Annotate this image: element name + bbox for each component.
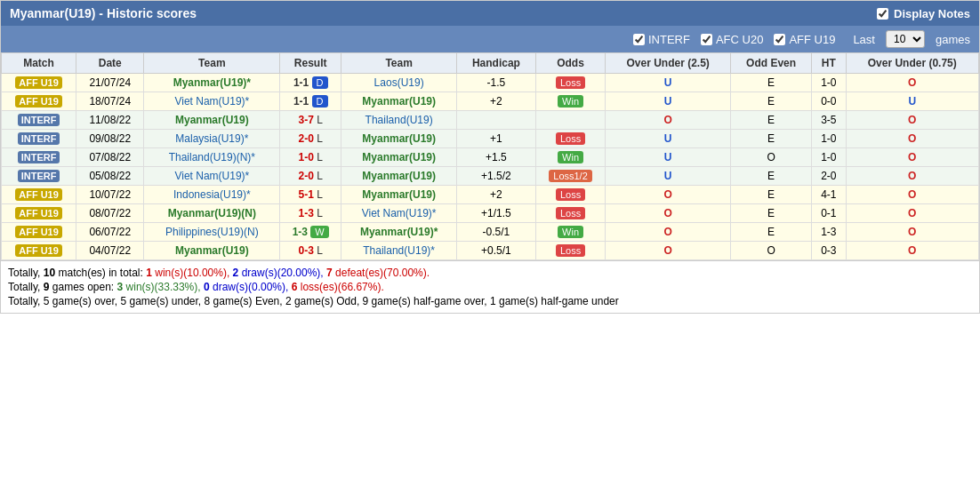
ht-cell: 3-5 xyxy=(812,111,846,130)
main-table: Match Date Team Result Team Handicap Odd… xyxy=(1,52,979,260)
odds-result: Win xyxy=(558,95,583,108)
display-notes-checkbox[interactable] xyxy=(877,8,888,20)
last-label: Last xyxy=(853,33,875,46)
result-cell: 1-1 D xyxy=(280,74,341,92)
ht-cell: 0-1 xyxy=(812,204,846,223)
team2-cell: Viet Nam(U19)* xyxy=(341,204,457,223)
wdl-badge: L xyxy=(317,132,323,145)
team2-name: Myanmar(U19) xyxy=(362,95,436,108)
result-cell: 2-0 L xyxy=(280,130,341,148)
match-badge: INTERF xyxy=(18,132,60,145)
col-result: Result xyxy=(280,53,341,74)
col-ou075: Over Under (0.75) xyxy=(846,53,978,74)
ou25-cell: O xyxy=(606,242,731,260)
team2-cell: Myanmar(U19) xyxy=(341,130,457,148)
team2-name: Myanmar(U19) xyxy=(362,132,436,145)
odds-result: Win xyxy=(558,226,583,238)
team2-cell: Thailand(U19)* xyxy=(341,242,457,260)
team2-cell: Thailand(U19) xyxy=(341,111,457,130)
team2-name: Myanmar(U19) xyxy=(362,151,436,163)
header-bar: Myanmar(U19) - Historic scores Display N… xyxy=(1,1,979,26)
odds-cell: Loss1/2 xyxy=(535,167,606,186)
col-team2: Team xyxy=(341,53,457,74)
team1-cell: Indonesia(U19)* xyxy=(144,186,280,204)
match-badge: AFF U19 xyxy=(15,226,62,238)
ht-cell: 1-3 xyxy=(812,223,846,242)
oe-cell: E xyxy=(730,130,811,148)
ou25-cell: O xyxy=(606,204,731,223)
interf-checkbox[interactable] xyxy=(633,34,645,45)
total-wins: 1 xyxy=(146,267,152,279)
ou-value: U xyxy=(664,170,672,182)
team2-name: Myanmar(U19) xyxy=(362,188,436,201)
match-date: 07/08/22 xyxy=(76,148,144,167)
team2-name: Myanmar(U19) xyxy=(362,170,436,182)
match-badge: INTERF xyxy=(18,170,60,182)
ht-cell: 1-0 xyxy=(812,74,846,92)
ou25-cell: U xyxy=(606,130,731,148)
match-badge: AFF U19 xyxy=(15,95,62,108)
wdl-badge: L xyxy=(317,170,323,182)
team1-name: Indonesia(U19)* xyxy=(173,188,251,201)
last-games-select[interactable]: 5 10 15 20 25 30 xyxy=(886,30,925,48)
team2-cell: Myanmar(U19) xyxy=(341,167,457,186)
match-type: AFF U19 xyxy=(2,204,76,223)
handicap-cell: +1.5/2 xyxy=(457,167,536,186)
odds-cell: Win xyxy=(535,92,606,111)
ou-value: U xyxy=(664,95,672,108)
ou25-cell: U xyxy=(606,74,731,92)
result-cell: 1-3 W xyxy=(280,223,341,242)
team2-cell: Myanmar(U19) xyxy=(341,148,457,167)
col-date: Date xyxy=(76,53,144,74)
team1-cell: Viet Nam(U19)* xyxy=(144,92,280,111)
team1-name: Myanmar(U19) xyxy=(175,244,249,257)
result-cell: 2-0 L xyxy=(280,167,341,186)
team2-cell: Myanmar(U19)* xyxy=(341,223,457,242)
team1-name: Philippines(U19)(N) xyxy=(165,226,259,238)
result-cell: 1-3 L xyxy=(280,204,341,223)
team2-cell: Laos(U19) xyxy=(341,74,457,92)
match-type: AFF U19 xyxy=(2,186,76,204)
aff-u19-checkbox[interactable] xyxy=(774,34,785,45)
ou-value: O xyxy=(908,151,916,163)
open-draws: 0 xyxy=(204,281,210,293)
odds-result: Loss1/2 xyxy=(549,170,592,182)
team1-cell: Myanmar(U19) xyxy=(144,111,280,130)
wdl-badge: L xyxy=(317,114,323,126)
summary-line1: Totally, 10 match(es) in total: 1 win(s)… xyxy=(8,267,972,279)
wdl-badge: D xyxy=(312,95,328,108)
wdl-badge: W xyxy=(310,226,328,238)
wdl-badge: L xyxy=(317,207,323,219)
team2-cell: Myanmar(U19) xyxy=(341,186,457,204)
afc-u20-checkbox[interactable] xyxy=(701,34,712,45)
match-type: AFF U19 xyxy=(2,74,76,92)
team2-name: Myanmar(U19)* xyxy=(360,226,438,238)
match-type: AFF U19 xyxy=(2,242,76,260)
match-date: 06/07/22 xyxy=(76,223,144,242)
match-date: 11/08/22 xyxy=(76,111,144,130)
odds-result: Win xyxy=(558,151,583,163)
team1-name: Viet Nam(U19)* xyxy=(174,170,249,182)
ht-cell: 2-0 xyxy=(812,167,846,186)
ou075-cell: O xyxy=(846,130,978,148)
odds-cell: Loss xyxy=(535,74,606,92)
oe-cell: E xyxy=(730,223,811,242)
oe-cell: E xyxy=(730,186,811,204)
interf-label: INTERF xyxy=(648,33,690,46)
afc-u20-label: AFC U20 xyxy=(716,33,763,46)
odds-cell: Win xyxy=(535,223,606,242)
team1-name: Malaysia(U19)* xyxy=(175,132,248,145)
team2-cell: Myanmar(U19) xyxy=(341,92,457,111)
match-badge: AFF U19 xyxy=(15,76,62,89)
team1-name: Myanmar(U19)* xyxy=(173,76,251,89)
handicap-cell xyxy=(457,111,536,130)
ht-cell: 0-3 xyxy=(812,242,846,260)
result-cell: 3-7 L xyxy=(280,111,341,130)
interf-filter: INTERF xyxy=(633,33,690,46)
filter-row: INTERF AFC U20 AFF U19 Last 5 10 15 20 2… xyxy=(1,26,979,52)
ht-cell: 1-0 xyxy=(812,148,846,167)
ou-value: O xyxy=(908,207,916,219)
ou-value: O xyxy=(908,226,916,238)
col-match: Match xyxy=(2,53,76,74)
match-badge: AFF U19 xyxy=(15,244,62,257)
